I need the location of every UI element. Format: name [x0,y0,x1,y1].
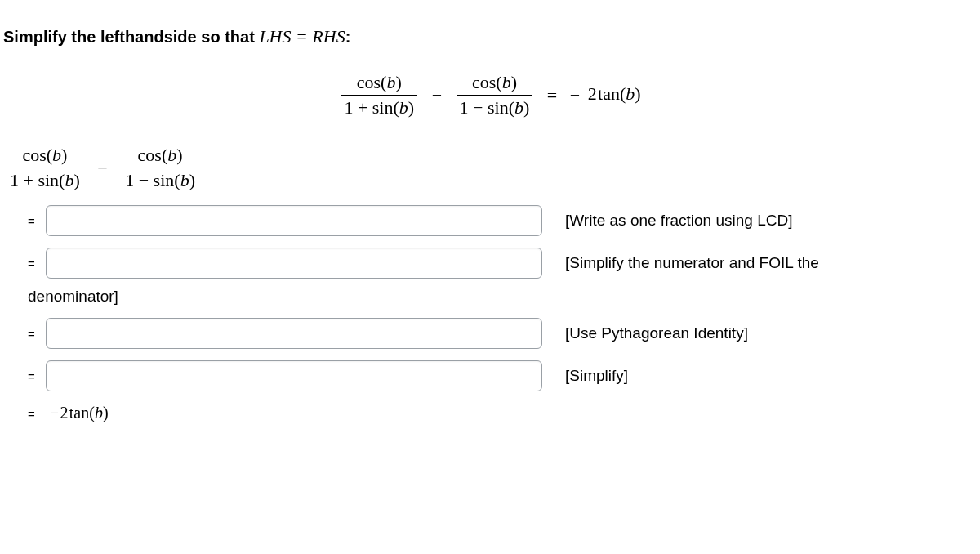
final-arg: (b) [89,404,108,422]
step-4-equals: = [28,369,41,383]
problem-heading: Simplify the lefthandside so that LHS = … [0,7,980,57]
lhs-frac-1: cos(b) 1 + sin(b) [7,145,83,191]
main-frac-1-num: cos(b) [341,72,417,95]
step-1-hint: [Write as one fraction using LCD] [565,212,792,230]
step-row-1: = [Write as one fraction using LCD] [0,199,980,242]
main-rhs-neg: − [570,85,580,106]
step-2-equals: = [28,257,41,270]
final-coef: 2 [60,404,69,422]
lhs-frac-2: cos(b) 1 − sin(b) [122,145,198,191]
main-equation: cos(b) 1 + sin(b) − cos(b) 1 − sin(b) = … [0,57,980,141]
step-2-input[interactable] [46,248,542,279]
heading-lhs: LHS [259,26,291,47]
lhs-frac-2-num: cos(b) [122,145,198,168]
main-frac-2: cos(b) 1 − sin(b) [457,72,533,118]
lhs-starting-expression: cos(b) 1 + sin(b) − cos(b) 1 − sin(b) [0,141,980,199]
lhs-frac-1-num: cos(b) [7,145,83,168]
step-3-input[interactable] [46,318,542,349]
lhs-minus: − [97,158,107,179]
main-frac-1-den: 1 + sin(b) [341,95,417,118]
heading-suffix: : [345,28,351,46]
main-rhs-coef: 2 [588,83,597,104]
main-rhs-fn: tan [598,83,620,104]
step-2-hint-cont: denominator] [0,284,980,312]
step-3-hint: [Use Pythagorean Identity] [565,324,748,342]
main-frac-2-num: cos(b) [457,72,533,95]
step-2-hint: [Simplify the numerator and FOIL the [565,254,819,272]
main-frac-2-den: 1 − sin(b) [457,95,533,118]
main-frac-1: cos(b) 1 + sin(b) [341,72,417,118]
final-fn: tan [69,404,89,422]
main-minus: − [432,85,442,106]
lhs-frac-1-den: 1 + sin(b) [7,168,83,191]
step-row-3: = [Use Pythagorean Identity] [0,312,980,355]
final-row: = − 2 tan(b) [0,397,980,426]
step-1-equals: = [28,214,41,228]
final-neg: − [50,404,59,422]
step-1-input[interactable] [46,205,542,236]
lhs-frac-2-den: 1 − sin(b) [122,168,198,191]
step-4-hint: [Simplify] [565,367,628,385]
step-4-input[interactable] [46,360,542,391]
step-row-2: = [Simplify the numerator and FOIL the [0,242,980,284]
final-equals: = [28,407,41,421]
main-rhs-arg: (b) [620,83,641,104]
heading-eq: = [292,26,313,47]
step-3-equals: = [28,327,41,341]
main-equals: = [547,85,557,106]
heading-rhs: RHS [312,26,345,47]
heading-prefix: Simplify the lefthandside so that [3,28,259,46]
step-row-4: = [Simplify] [0,355,980,397]
page: Simplify the lefthandside so that LHS = … [0,0,980,442]
